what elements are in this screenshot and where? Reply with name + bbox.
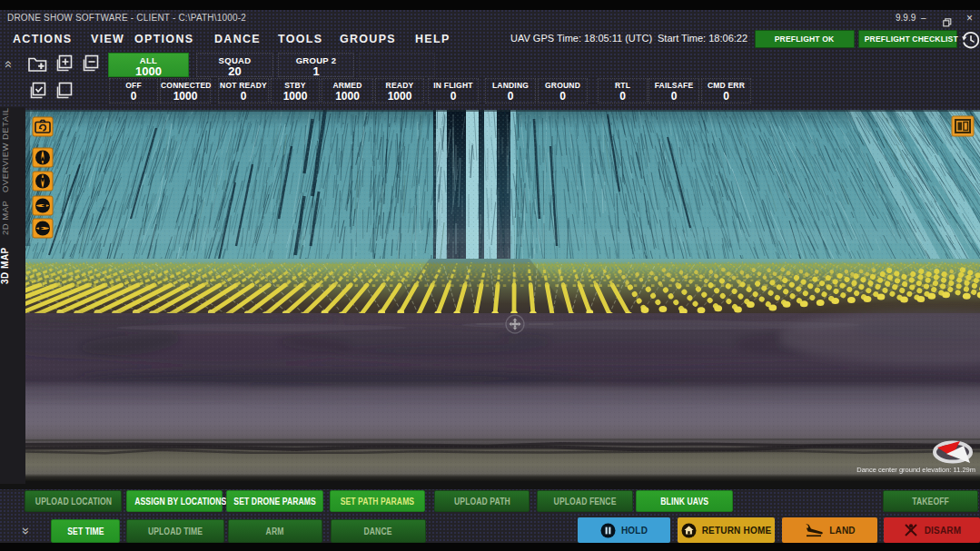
svg-text:Dance center ground elevation:: Dance center ground elevation: 11.29m	[856, 466, 975, 474]
